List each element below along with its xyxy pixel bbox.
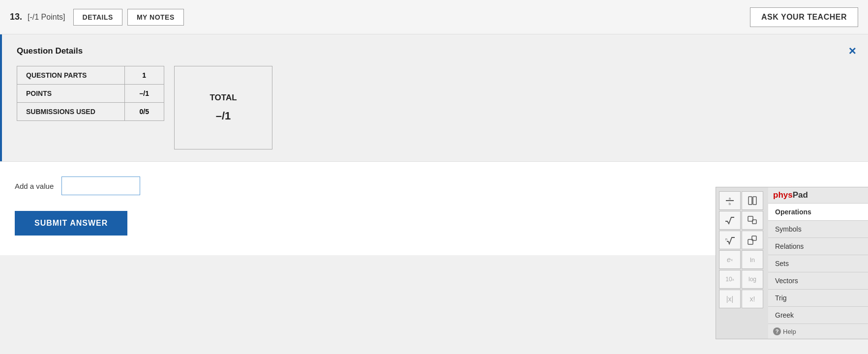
svg-text:a: a [729, 197, 731, 200]
svg-rect-4 [753, 197, 756, 205]
help-icon: ? [773, 327, 781, 335]
details-button[interactable]: DETAILS [73, 9, 122, 26]
physpad-help[interactable]: ? Help [768, 324, 868, 339]
svg-text:b: b [729, 202, 731, 206]
details-table-wrap: QUESTION PARTS 1 POINTS –/1 SUBMISSIONS … [17, 66, 853, 149]
table-row: SUBMISSIONS USED 0/5 [17, 103, 164, 121]
physpad-button-grid: ab n ex [716, 187, 768, 339]
question-number: 13. [-/1 Points] [10, 12, 65, 22]
table-row: POINTS –/1 [17, 85, 164, 103]
svg-rect-0 [726, 200, 734, 201]
physpad-menu-trig[interactable]: Trig [768, 289, 868, 306]
column-matrix-button[interactable] [742, 191, 763, 210]
table-cell-label: POINTS [17, 85, 125, 103]
add-value-input[interactable] [61, 177, 140, 195]
superscript-matrix-button[interactable] [742, 231, 763, 249]
svg-rect-3 [748, 197, 752, 205]
table-cell-value: 0/5 [124, 103, 164, 121]
fraction-button[interactable]: ab [719, 191, 741, 210]
header-bar: 13. [-/1 Points] DETAILS MY NOTES ASK YO… [0, 0, 868, 34]
physpad-title-pad: Pad [793, 190, 808, 200]
ask-teacher-button[interactable]: ASK YOUR TEACHER [750, 7, 858, 27]
physpad-menu-sets[interactable]: Sets [768, 255, 868, 272]
total-label: TOTAL [210, 93, 237, 103]
physpad-menu-greek[interactable]: Greek [768, 306, 868, 324]
absolute-value-button[interactable]: |x| [719, 290, 741, 308]
details-panel-title: Question Details [17, 46, 853, 56]
nth-root-button[interactable]: n [719, 231, 741, 249]
ten-power-button[interactable]: 10x [719, 270, 741, 289]
physpad-menu-symbols[interactable]: Symbols [768, 220, 868, 237]
help-label: Help [783, 328, 796, 335]
physpad-menu-operations[interactable]: Operations [768, 203, 868, 220]
svg-text:n: n [725, 237, 727, 241]
factorial-button[interactable]: x! [742, 290, 763, 308]
physpad-menu: Operations Symbols Relations Sets Vector… [768, 203, 868, 324]
exp-button[interactable]: ex [719, 250, 741, 269]
total-value: –/1 [216, 110, 231, 122]
details-table: QUESTION PARTS 1 POINTS –/1 SUBMISSIONS … [17, 66, 164, 121]
subscript-matrix-button[interactable] [742, 211, 763, 230]
table-row: QUESTION PARTS 1 [17, 66, 164, 85]
physpad-right-panel: physPad Operations Symbols Relations Set… [768, 187, 868, 339]
total-box: TOTAL –/1 [174, 66, 272, 149]
my-notes-button[interactable]: MY NOTES [127, 9, 184, 26]
physpad-menu-relations[interactable]: Relations [768, 237, 868, 255]
physpad-panel: ab n ex [716, 187, 868, 339]
submit-answer-button[interactable]: SUBMIT ANSWER [15, 211, 127, 236]
physpad-menu-vectors[interactable]: Vectors [768, 272, 868, 289]
close-icon[interactable]: × [849, 44, 856, 57]
physpad-title-phys: phys [773, 190, 793, 200]
table-cell-label: QUESTION PARTS [17, 66, 125, 85]
add-value-label: Add a value [15, 182, 54, 190]
table-cell-label: SUBMISSIONS USED [17, 103, 125, 121]
physpad-title: physPad [768, 187, 868, 203]
table-cell-value: –/1 [124, 85, 164, 103]
log-button[interactable]: log [742, 270, 763, 289]
details-panel: Question Details × QUESTION PARTS 1 POIN… [0, 34, 868, 161]
ln-button[interactable]: ln [742, 250, 763, 269]
sqrt-button[interactable] [719, 211, 741, 230]
table-cell-value: 1 [124, 66, 164, 85]
